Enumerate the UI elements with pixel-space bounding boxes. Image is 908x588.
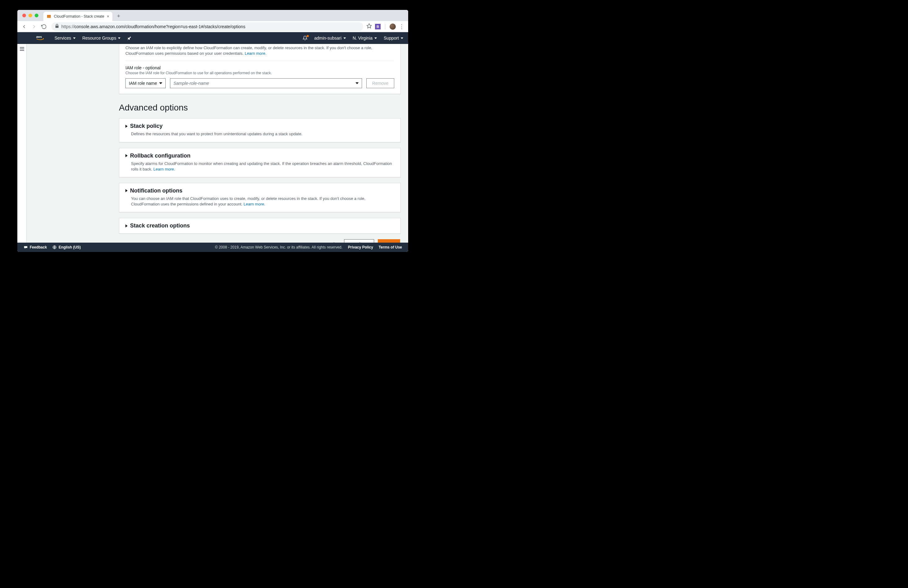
url-text: https://console.aws.amazon.com/cloudform…	[61, 24, 245, 29]
reload-button[interactable]	[40, 22, 48, 31]
browser-window: CloudFormation - Stack create × + https:…	[17, 10, 408, 252]
iam-role-name-placeholder: Sample-role-name	[174, 81, 209, 86]
nav-notifications[interactable]	[303, 35, 307, 40]
notification-dot-icon	[307, 35, 309, 37]
forward-button[interactable]	[30, 22, 39, 31]
window-close-icon[interactable]	[22, 14, 26, 17]
nav-support-label: Support	[384, 35, 399, 40]
window-maximize-icon[interactable]	[35, 14, 39, 17]
back-button[interactable]	[20, 22, 29, 31]
caret-right-icon	[126, 154, 127, 157]
advanced-options-heading: Advanced options	[119, 103, 401, 112]
nav-account[interactable]: admin-subsari	[314, 35, 346, 40]
caret-down-icon	[73, 37, 76, 39]
footer-privacy-link[interactable]: Privacy Policy	[348, 245, 373, 249]
nav-resource-groups[interactable]: Resource Groups	[82, 35, 121, 40]
stack-policy-desc: Defines the resources that you want to p…	[131, 131, 394, 137]
svg-text:aws: aws	[36, 35, 42, 39]
nav-support[interactable]: Support	[384, 35, 403, 40]
profile-avatar[interactable]	[390, 24, 396, 30]
permissions-description: Choose an IAM role to explicitly define …	[126, 45, 394, 56]
side-nav-toggle[interactable]	[17, 44, 27, 243]
notification-options-panel[interactable]: Notification options You can choose an I…	[119, 183, 401, 212]
aws-top-nav: aws Services Resource Groups admin-subsa…	[17, 32, 408, 44]
caret-right-icon	[126, 125, 127, 128]
iam-role-field-label: IAM role - optional	[126, 65, 394, 70]
iam-role-name-select[interactable]: Sample-role-name	[170, 78, 362, 88]
stack-creation-title: Stack creation options	[130, 223, 190, 229]
rollback-learn-more-link[interactable]: Learn more.	[153, 167, 175, 172]
extension-icon[interactable]: B	[375, 24, 381, 29]
caret-down-icon	[343, 37, 346, 39]
previous-button[interactable]: Previous	[344, 239, 374, 243]
iam-role-type-select[interactable]: IAM role name	[126, 78, 166, 88]
aws-logo[interactable]: aws	[36, 35, 48, 42]
nav-region-label: N. Virginia	[353, 35, 373, 40]
notification-learn-more-link[interactable]: Learn more.	[243, 202, 265, 206]
caret-right-icon	[126, 189, 127, 192]
divider	[126, 61, 394, 61]
hamburger-icon	[20, 47, 24, 243]
footer-language-label: English (US)	[58, 245, 80, 249]
next-button[interactable]: Next	[378, 239, 400, 243]
window-controls	[20, 10, 41, 21]
footer-language[interactable]: English (US)	[52, 245, 80, 249]
stack-policy-panel[interactable]: Stack policy Defines the resources that …	[119, 118, 401, 142]
window-minimize-icon[interactable]	[29, 14, 32, 17]
footer-copyright: © 2008 - 2019, Amazon Web Services, Inc.…	[215, 245, 342, 249]
stack-creation-options-panel[interactable]: Stack creation options	[119, 218, 401, 234]
nav-account-label: admin-subsari	[314, 35, 341, 40]
notification-desc: You can choose an IAM role that CloudFor…	[131, 196, 394, 207]
caret-down-icon	[356, 82, 359, 84]
footer-terms-link[interactable]: Terms of Use	[379, 245, 402, 249]
caret-down-icon	[118, 37, 121, 39]
iam-role-type-value: IAM role name	[129, 81, 157, 86]
main-content: Choose an IAM role to explicitly define …	[27, 44, 408, 243]
browser-tab[interactable]: CloudFormation - Stack create ×	[43, 12, 113, 21]
aws-footer: Feedback English (US) © 2008 - 2019, Ama…	[17, 243, 408, 252]
nav-rg-label: Resource Groups	[82, 35, 116, 40]
cancel-button[interactable]: Cancel	[315, 239, 340, 243]
caret-down-icon	[374, 37, 377, 39]
svg-rect-1	[47, 16, 51, 16]
divider	[385, 24, 385, 29]
svg-marker-3	[367, 24, 372, 28]
browser-toolbar: https://console.aws.amazon.com/cloudform…	[17, 21, 408, 32]
nav-pin-icon[interactable]	[127, 36, 132, 40]
caret-down-icon	[159, 82, 162, 84]
nav-services[interactable]: Services	[55, 35, 76, 40]
caret-right-icon	[126, 224, 127, 228]
address-bar[interactable]: https://console.aws.amazon.com/cloudform…	[52, 22, 363, 31]
lock-icon	[55, 24, 59, 29]
footer-feedback[interactable]: Feedback	[24, 245, 47, 249]
iam-role-field-help: Choose the IAM role for CloudFormation t…	[126, 71, 394, 75]
toolbar-right: B ⋮	[366, 23, 406, 30]
wizard-buttons: Cancel Previous Next	[119, 239, 401, 243]
browser-tab-bar: CloudFormation - Stack create × +	[17, 10, 408, 21]
permissions-learn-more-link[interactable]: Learn more.	[245, 51, 266, 56]
svg-rect-0	[47, 15, 51, 18]
browser-menu-icon[interactable]: ⋮	[399, 23, 404, 30]
bookmark-icon[interactable]	[366, 23, 372, 30]
page-body: Choose an IAM role to explicitly define …	[17, 44, 408, 243]
rollback-desc: Specify alarms for CloudFormation to mon…	[131, 161, 394, 172]
nav-services-label: Services	[55, 35, 71, 40]
tab-title: CloudFormation - Stack create	[54, 14, 105, 19]
caret-down-icon	[401, 37, 403, 39]
footer-feedback-label: Feedback	[30, 245, 47, 249]
iam-role-remove-button[interactable]: Remove	[366, 78, 394, 88]
svg-rect-2	[55, 26, 58, 28]
tab-close-icon[interactable]: ×	[107, 14, 109, 19]
stack-policy-title: Stack policy	[130, 123, 163, 129]
rollback-title: Rollback configuration	[130, 153, 190, 159]
notification-title: Notification options	[130, 188, 182, 194]
rollback-config-panel[interactable]: Rollback configuration Specify alarms fo…	[119, 148, 401, 177]
nav-region[interactable]: N. Virginia	[353, 35, 377, 40]
new-tab-button[interactable]: +	[114, 12, 123, 21]
permissions-card: Choose an IAM role to explicitly define …	[119, 44, 401, 94]
tab-favicon-icon	[47, 14, 52, 19]
